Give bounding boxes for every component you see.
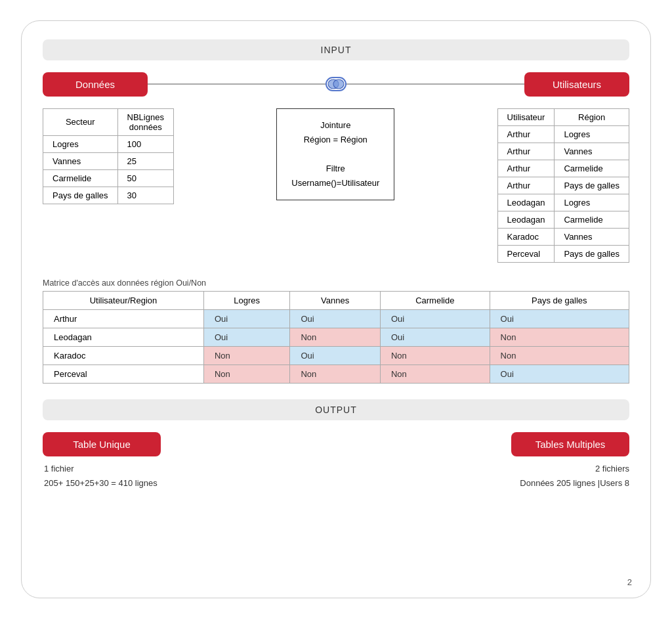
table-row: Pays de galles 30: [43, 187, 174, 204]
table-unique-desc: 1 fichier 205+ 150+25+30 = 410 lignes: [43, 462, 230, 491]
matrix-row-arthur: Arthur Oui Oui Oui Oui: [43, 309, 629, 328]
output-header-text: OUTPUT: [315, 405, 357, 415]
table-unique-desc-line1: 1 fichier: [44, 464, 74, 474]
utilisateurs-table-wrap: Utilisateur Région Arthur Logres Arthur …: [497, 108, 629, 263]
table-row: Arthur Vannes: [497, 143, 629, 160]
output-section: OUTPUT Table Unique 1 fichier 205+ 150+2…: [43, 399, 629, 491]
join-line1: Jointure: [320, 120, 350, 130]
table-row: Perceval Pays de galles: [497, 245, 629, 262]
table-row: Arthur Logres: [497, 125, 629, 143]
utilisateurs-table: Utilisateur Région Arthur Logres Arthur …: [497, 108, 629, 263]
svg-point-1: [333, 79, 344, 89]
matrix-table: Utilisateur/Region Logres Vannes Carmeli…: [43, 291, 629, 384]
matrix-header-user: Utilisateur/Region: [43, 291, 204, 309]
table-row: Vannes 25: [43, 152, 174, 169]
matrix-header-carmelide: Carmelide: [380, 291, 490, 309]
tables-multiples-desc: 2 fichiers Données 205 lignes |Users 8: [442, 462, 629, 491]
matrix-row-karadoc: Karadoc Non Oui Non Non: [43, 346, 629, 364]
tables-multiples-col: Tables Multiples 2 fichiers Données 205 …: [442, 432, 629, 491]
matrix-row-perceval: Perceval Non Non Non Oui: [43, 364, 629, 383]
donnees-col-secteur: Secteur: [43, 108, 118, 135]
matrix-label: Matrice d'accès aux données région Oui/N…: [43, 278, 629, 288]
tables-multiples-desc-line2: Données 205 lignes |Users 8: [520, 478, 629, 488]
table-row: Leodagan Carmelide: [497, 211, 629, 228]
tables-multiples-desc-line1: 2 fichiers: [595, 464, 629, 474]
table-row: Logres 100: [43, 135, 174, 152]
utilisateurs-button[interactable]: Utilisateurs: [524, 72, 629, 97]
output-row: Table Unique 1 fichier 205+ 150+25+30 = …: [43, 432, 629, 491]
matrix-header-paysde: Pays de galles: [490, 291, 629, 309]
table-unique-desc-line2: 205+ 150+25+30 = 410 lignes: [44, 478, 158, 488]
join-box: Jointure Région = Région Filtre Username…: [276, 108, 394, 200]
input-header: INPUT: [43, 39, 629, 60]
join-icon: [326, 77, 346, 91]
input-header-text: INPUT: [321, 45, 352, 55]
join-line4: Filtre: [326, 164, 345, 173]
join-line5: Username()=Utilisateur: [291, 178, 379, 188]
table-row: Carmelide 50: [43, 169, 174, 187]
utilisateurs-col-user: Utilisateur: [497, 108, 555, 125]
tables-row: Secteur NBLignesdonnées Logres 100 Vanne…: [43, 108, 629, 263]
table-row: Leodagan Logres: [497, 194, 629, 211]
table-row: Arthur Carmelide: [497, 160, 629, 177]
donnees-table: Secteur NBLignesdonnées Logres 100 Vanne…: [43, 108, 174, 204]
matrix-header-logres: Logres: [203, 291, 289, 309]
matrix-row-leodagan: Leodagan Oui Non Oui Non: [43, 328, 629, 346]
tables-multiples-button[interactable]: Tables Multiples: [511, 432, 629, 456]
donnees-button[interactable]: Données: [43, 72, 148, 97]
output-header: OUTPUT: [43, 399, 629, 420]
table-unique-col: Table Unique 1 fichier 205+ 150+25+30 = …: [43, 432, 230, 491]
utilisateurs-col-region: Région: [555, 108, 629, 125]
table-row: Karadoc Vannes: [497, 228, 629, 245]
main-container: INPUT Données Utilisateurs Secteur NBLig…: [21, 20, 651, 598]
join-line2: Région = Région: [304, 135, 368, 144]
donnees-table-wrap: Secteur NBLignesdonnées Logres 100 Vanne…: [43, 108, 174, 204]
page-number: 2: [627, 577, 632, 587]
join-connector: [148, 77, 524, 91]
table-row: Arthur Pays de galles: [497, 177, 629, 194]
donnees-col-nblignes: NBLignesdonnées: [117, 108, 173, 135]
matrix-header-vannes: Vannes: [290, 291, 381, 309]
input-buttons-row: Données Utilisateurs: [43, 72, 629, 97]
table-unique-button[interactable]: Table Unique: [43, 432, 161, 456]
